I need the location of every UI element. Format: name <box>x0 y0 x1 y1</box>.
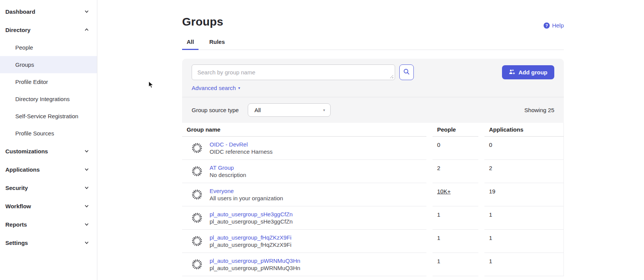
table-row: pl_auto_usergroup_sHe3ggCfZn pl_auto_use… <box>182 206 563 230</box>
sidebar-item-security[interactable]: Security <box>0 179 97 197</box>
sidebar-item-label: Profile Editor <box>15 79 48 85</box>
group-source-type-label: Group source type <box>192 107 239 113</box>
chevron-down-icon <box>84 9 89 14</box>
add-group-label: Add group <box>518 69 547 76</box>
sidebar-item-label: Reports <box>5 221 27 228</box>
sidebar-item-dashboard[interactable]: Dashboard <box>0 2 97 21</box>
sidebar-item-label: Directory Integrations <box>15 96 70 102</box>
applications-count: 19 <box>484 183 564 206</box>
help-label: Help <box>552 22 564 29</box>
caret-down-icon: ▾ <box>238 86 240 90</box>
advanced-search-link[interactable]: Advanced search ▾ <box>192 85 240 91</box>
tab-all[interactable]: All <box>182 39 199 50</box>
sidebar-item-self-service-registration[interactable]: Self-Service Registration <box>0 108 97 125</box>
sidebar-item-label: Profile Sources <box>15 130 54 137</box>
sidebar-item-label: Applications <box>5 166 40 173</box>
group-name-link[interactable]: AT Group <box>210 164 246 171</box>
applications-count: 0 <box>484 137 564 160</box>
sidebar-item-applications[interactable]: Applications <box>0 160 97 179</box>
applications-count: 1 <box>484 253 564 276</box>
people-count: 1 <box>433 230 478 253</box>
page-title: Groups <box>182 15 223 29</box>
group-description: No description <box>210 172 246 178</box>
group-name-link[interactable]: Everyone <box>210 188 283 194</box>
sidebar-item-groups[interactable]: Groups <box>0 56 97 73</box>
sidebar-item-label: Customizations <box>5 148 48 154</box>
sidebar-item-label: Directory <box>5 27 31 33</box>
chevron-down-icon <box>84 167 89 172</box>
column-header-group-name[interactable]: Group name <box>182 123 426 137</box>
column-header-people[interactable]: People <box>433 123 478 137</box>
chevron-down-icon <box>84 148 89 154</box>
group-name-link[interactable]: pl_auto_usergroup_pWRNMuQ3Hn <box>210 257 300 264</box>
table-row: Everyone All users in your organization … <box>182 183 563 206</box>
people-count: 2 <box>433 160 478 183</box>
sidebar-item-label: Settings <box>5 240 28 246</box>
sidebar-item-label: People <box>15 44 33 51</box>
chevron-down-icon <box>84 222 89 227</box>
sidebar-item-workflow[interactable]: Workflow <box>0 197 97 215</box>
applications-count: 1 <box>484 230 564 253</box>
sidebar-item-reports[interactable]: Reports <box>0 215 97 233</box>
table-row: pl_auto_usergroup_pWRNMuQ3Hn pl_auto_use… <box>182 253 563 276</box>
table-header: Group name People Applications <box>182 123 563 137</box>
search-box <box>192 64 395 80</box>
sidebar: Dashboard Directory People Groups Profil… <box>0 0 97 280</box>
table-row: OIDC - DevRel OIDC reference Harness 0 0 <box>182 137 563 160</box>
search-button[interactable] <box>399 64 414 80</box>
group-name-link[interactable]: OIDC - DevRel <box>210 141 273 148</box>
group-name-link[interactable]: pl_auto_usergroup_fHqZKzX9Fi <box>210 234 291 241</box>
group-description: pl_auto_usergroup_sHe3ggCfZn <box>210 218 293 225</box>
search-icon <box>403 68 410 76</box>
people-count: 1 <box>433 206 478 230</box>
tab-rules[interactable]: Rules <box>205 39 229 50</box>
chevron-down-icon <box>84 203 89 209</box>
sidebar-item-label: Dashboard <box>5 8 35 15</box>
group-description: pl_auto_usergroup_fHqZKzX9Fi <box>210 241 291 248</box>
sidebar-item-label: Self-Service Registration <box>15 113 78 119</box>
people-count: 1 <box>433 253 478 276</box>
showing-count: Showing 25 <box>525 107 554 113</box>
sidebar-item-profile-editor[interactable]: Profile Editor <box>0 73 97 90</box>
sidebar-item-label: Security <box>5 185 28 191</box>
select-value: All <box>254 107 261 113</box>
group-name-link[interactable]: pl_auto_usergroup_sHe3ggCfZn <box>210 211 293 217</box>
sidebar-item-label: Groups <box>15 61 34 68</box>
column-header-applications[interactable]: Applications <box>484 123 564 137</box>
group-description: All users in your organization <box>210 195 283 201</box>
sidebar-item-people[interactable]: People <box>0 39 97 56</box>
group-avatar-icon <box>192 143 202 153</box>
help-link[interactable]: ? Help <box>544 22 564 29</box>
applications-count: 2 <box>484 160 564 183</box>
advanced-search-label: Advanced search <box>192 85 236 91</box>
people-count[interactable]: 10K+ <box>437 188 450 195</box>
sidebar-item-label: Workflow <box>5 203 31 209</box>
chevron-up-icon <box>84 27 89 32</box>
main-content: Groups ? Help All Rules <box>97 0 644 280</box>
group-avatar-icon <box>192 166 202 176</box>
group-avatar-icon <box>192 236 202 246</box>
group-avatar-icon <box>192 190 202 200</box>
chevron-down-icon <box>84 185 89 190</box>
add-group-button[interactable]: Add group <box>502 65 554 79</box>
groups-table: Group name People Applications OIDC - De… <box>182 123 564 276</box>
sidebar-item-directory-integrations[interactable]: Directory Integrations <box>0 90 97 108</box>
search-input[interactable] <box>192 64 395 80</box>
group-description: pl_auto_usergroup_pWRNMuQ3Hn <box>210 265 300 271</box>
caret-down-icon: ▾ <box>323 108 325 112</box>
sidebar-item-customizations[interactable]: Customizations <box>0 142 97 160</box>
sidebar-item-settings[interactable]: Settings <box>0 233 97 252</box>
group-avatar-icon <box>192 213 202 223</box>
app-window: Dashboard Directory People Groups Profil… <box>0 0 644 280</box>
table-row: AT Group No description 2 2 <box>182 160 563 183</box>
people-count: 0 <box>433 137 478 160</box>
sidebar-item-profile-sources[interactable]: Profile Sources <box>0 125 97 142</box>
group-description: OIDC reference Harness <box>210 148 273 155</box>
applications-count: 1 <box>484 206 564 230</box>
group-avatar-icon <box>192 259 202 269</box>
group-source-type-select[interactable]: All ▾ <box>248 103 331 117</box>
sidebar-item-directory[interactable]: Directory <box>0 21 97 39</box>
add-group-icon <box>509 69 515 76</box>
table-row: pl_auto_usergroup_fHqZKzX9Fi pl_auto_use… <box>182 230 563 253</box>
chevron-down-icon <box>84 240 89 245</box>
